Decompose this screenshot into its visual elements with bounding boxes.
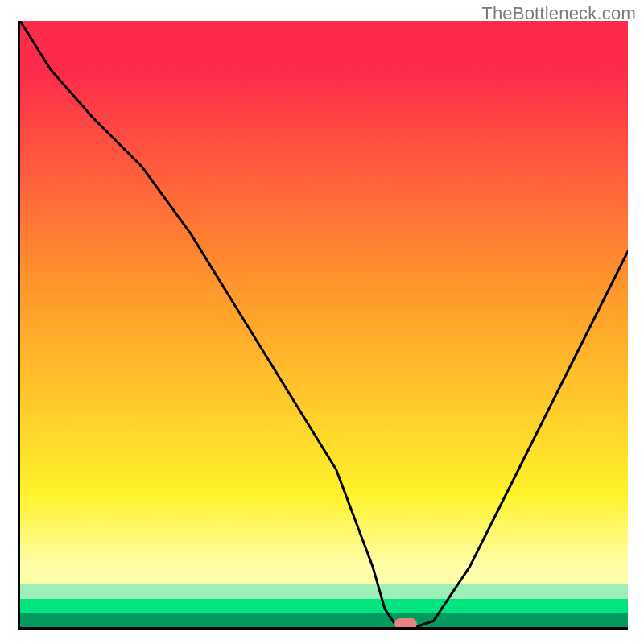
optimum-marker (394, 618, 417, 630)
plot-area (0, 0, 644, 644)
bottleneck-chart: TheBottleneck.com (0, 0, 644, 644)
plot-inner (18, 21, 628, 630)
watermark-text: TheBottleneck.com (481, 3, 636, 24)
bottleneck-curve (20, 21, 628, 627)
